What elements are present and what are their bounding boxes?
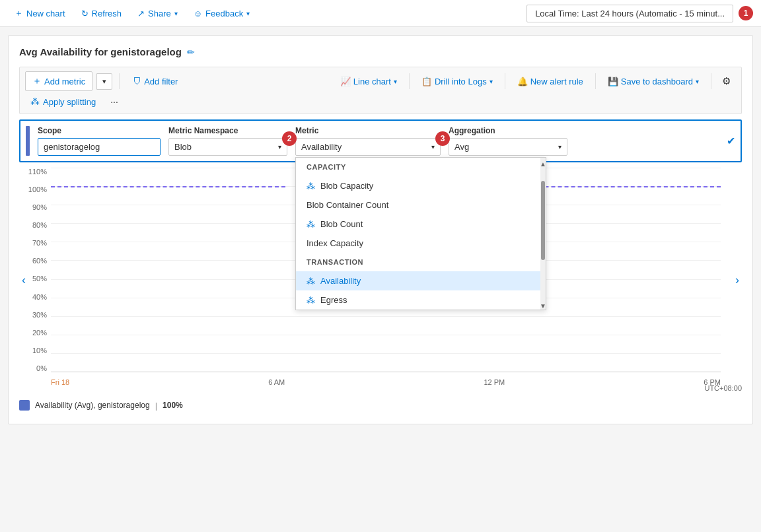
metrics-card: Avg Availability for genistoragelog ✏ ＋ … xyxy=(8,35,753,424)
dropdown-item-blob-container[interactable]: Blob Container Count xyxy=(296,195,540,215)
step-badge-3: 3 xyxy=(435,131,450,146)
y-label-20: 20% xyxy=(32,329,47,337)
dropdown-item-availability[interactable]: ⁂ Availability xyxy=(296,271,540,290)
scope-input[interactable] xyxy=(38,138,161,156)
y-label-60: 60% xyxy=(32,257,47,265)
toolbar-divider5 xyxy=(711,73,711,89)
line-chart-chevron: ▾ xyxy=(394,78,397,85)
add-metric-dropdown-button[interactable]: ▾ xyxy=(96,73,112,90)
refresh-icon: ↻ xyxy=(81,9,89,18)
save-dashboard-label: Save to dashboard xyxy=(621,77,693,86)
x-label-12pm: 12 PM xyxy=(484,378,505,386)
x-label-6am: 6 AM xyxy=(268,378,285,386)
y-label-70: 70% xyxy=(32,239,47,247)
dropdown-item-blob-count[interactable]: ⁂ Blob Count xyxy=(296,215,540,234)
apply-splitting-button[interactable]: ⁂ Apply splitting xyxy=(25,94,101,110)
chart-next-button[interactable]: › xyxy=(735,273,739,287)
notification-badge: 1 xyxy=(739,6,753,20)
refresh-button[interactable]: ↻ Refresh xyxy=(75,5,129,22)
availability-icon: ⁂ xyxy=(307,276,315,286)
dropdown-item-index-capacity[interactable]: Index Capacity xyxy=(296,234,540,253)
y-label-50: 50% xyxy=(32,275,47,283)
egress-icon: ⁂ xyxy=(307,295,315,305)
legend-text: Availability (Avg), genistoragelog xyxy=(35,401,150,410)
dropdown-item-blob-capacity[interactable]: ⁂ Blob Capacity xyxy=(296,176,540,195)
line-chart-icon: 📈 xyxy=(340,77,351,86)
plus-icon: ＋ xyxy=(15,7,23,19)
add-metric-plus-icon: ＋ xyxy=(32,75,42,87)
line-chart-button[interactable]: 📈 Line chart ▾ xyxy=(334,73,404,90)
share-icon: ↗ xyxy=(137,9,145,18)
card-title-row: Avg Availability for genistoragelog ✏ xyxy=(19,46,742,57)
namespace-dropdown[interactable]: Blob ▾ xyxy=(168,138,287,156)
drill-logs-label: Drill into Logs xyxy=(435,77,487,86)
time-range-button[interactable]: Local Time: Last 24 hours (Automatic - 1… xyxy=(526,5,733,22)
toolbar-divider2 xyxy=(409,73,410,89)
metric-value: Availability xyxy=(301,142,342,152)
save-dashboard-button[interactable]: 💾 Save to dashboard ▾ xyxy=(601,73,706,90)
aggregation-chevron: ▾ xyxy=(558,143,562,150)
add-metric-label: Add metric xyxy=(44,77,85,86)
drill-chevron: ▾ xyxy=(489,78,493,85)
grid-line-10 xyxy=(51,353,721,354)
splitting-icon: ⁂ xyxy=(30,96,40,107)
toolbar-row1: ＋ Add metric ▾ ⛉ Add filter 📈 Line chart xyxy=(25,71,736,91)
scope-label: Scope xyxy=(38,126,161,135)
grid-line-20 xyxy=(51,335,721,335)
scrollbar-track[interactable]: ▲ ▼ xyxy=(540,158,546,310)
new-alert-button[interactable]: 🔔 New alert rule xyxy=(511,73,590,90)
capacity-header: CAPACITY xyxy=(296,158,540,176)
grid-line-30 xyxy=(51,316,721,317)
save-chevron: ▾ xyxy=(696,78,699,85)
feedback-label: Feedback xyxy=(205,9,243,18)
add-filter-button[interactable]: ⛉ Add filter xyxy=(126,73,184,90)
legend-value: 100% xyxy=(163,401,183,410)
settings-icon: ⚙ xyxy=(722,75,731,86)
chart-prev-button[interactable]: ‹ xyxy=(22,273,26,287)
index-capacity-label: Index Capacity xyxy=(307,238,363,248)
chart-data-line-left xyxy=(51,186,285,187)
y-label-0: 0% xyxy=(36,364,47,372)
legend-color-swatch xyxy=(19,400,30,411)
scroll-up-arrow[interactable]: ▲ xyxy=(540,158,546,168)
filter-icon: ⛉ xyxy=(133,77,141,86)
chart-x-axis: Fri 18 6 AM 12 PM 6 PM xyxy=(51,372,721,392)
feedback-button[interactable]: ☺ Feedback ▾ xyxy=(187,5,256,22)
y-label-30: 30% xyxy=(32,311,47,319)
transaction-header: TRANSACTION xyxy=(296,253,540,271)
card-title: Avg Availability for genistoragelog xyxy=(19,46,182,57)
new-alert-label: New alert rule xyxy=(530,77,583,86)
dropdown-item-egress[interactable]: ⁂ Egress xyxy=(296,290,540,310)
dropdown-content: CAPACITY ⁂ Blob Capacity Blob Container … xyxy=(296,158,540,310)
toolbar-divider1 xyxy=(119,73,120,89)
namespace-section: Metric Namespace Blob ▾ 2 xyxy=(168,126,287,156)
step-badge-2: 2 xyxy=(282,131,297,146)
chart-y-axis: 110% 100% 90% 80% 70% 60% 50% 40% 30% 20… xyxy=(19,168,51,372)
scrollbar-thumb[interactable] xyxy=(541,181,545,260)
toolbar-right: 📈 Line chart ▾ 📋 Drill into Logs ▾ xyxy=(334,72,736,90)
save-icon: 💾 xyxy=(608,77,618,86)
blob-count-icon: ⁂ xyxy=(307,219,315,229)
metric-options-dropdown: CAPACITY ⁂ Blob Capacity Blob Container … xyxy=(295,157,546,310)
availability-label: Availability xyxy=(320,276,361,286)
add-metric-button[interactable]: ＋ Add metric xyxy=(25,71,92,91)
main-container: ＋ New chart ↻ Refresh ↗ Share ▾ ☺ Feedba… xyxy=(0,0,761,532)
refresh-label: Refresh xyxy=(92,9,122,18)
more-options-button[interactable]: ··· xyxy=(105,94,124,110)
toolbar-divider4 xyxy=(595,73,596,89)
aggregation-label: Aggregation xyxy=(449,126,567,135)
metric-confirm-icon[interactable]: ✔ xyxy=(727,135,735,147)
aggregation-value: Avg xyxy=(454,142,469,152)
y-label-40: 40% xyxy=(32,293,47,301)
drill-logs-button[interactable]: 📋 Drill into Logs ▾ xyxy=(415,73,499,90)
share-button[interactable]: ↗ Share ▾ xyxy=(131,5,184,22)
settings-button[interactable]: ⚙ xyxy=(717,72,736,90)
scroll-down-arrow[interactable]: ▼ xyxy=(540,300,546,310)
new-chart-button[interactable]: ＋ New chart xyxy=(8,4,72,22)
metric-color-indicator xyxy=(26,126,30,156)
aggregation-dropdown[interactable]: Avg ▾ xyxy=(449,138,567,156)
blob-container-label: Blob Container Count xyxy=(307,200,388,210)
toolbar-divider3 xyxy=(505,73,505,89)
edit-title-icon[interactable]: ✏ xyxy=(187,47,195,57)
metric-dropdown[interactable]: Availability ▾ xyxy=(295,138,441,156)
